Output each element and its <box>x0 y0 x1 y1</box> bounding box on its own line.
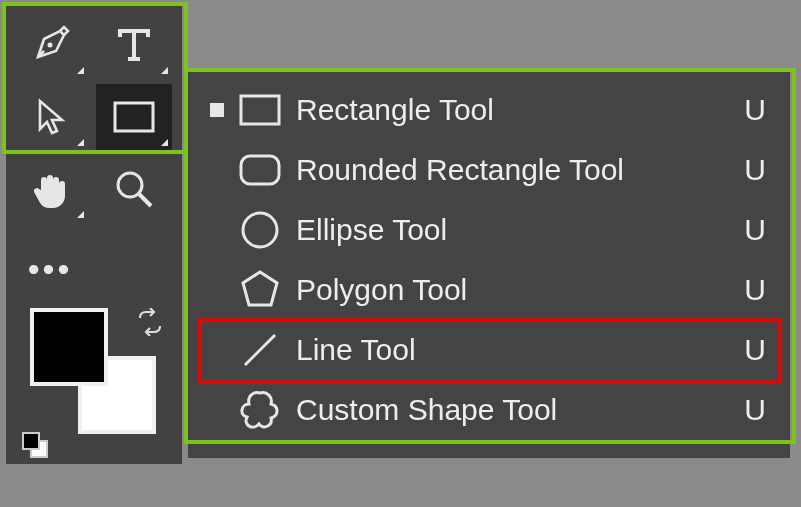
polygon-icon <box>239 269 281 311</box>
flyout-indicator-icon <box>77 67 84 74</box>
flyout-item-rectangle[interactable]: Rectangle Tool U <box>202 80 776 140</box>
magnifier-icon <box>113 168 155 210</box>
flyout-indicator-icon <box>161 67 168 74</box>
rectangle-icon <box>238 93 282 127</box>
flyout-item-shortcut: U <box>732 213 766 247</box>
svg-marker-6 <box>243 272 277 305</box>
flyout-item-ellipse[interactable]: Ellipse Tool U <box>202 200 776 260</box>
flyout-item-shortcut: U <box>732 153 766 187</box>
selected-indicator-icon <box>210 103 224 117</box>
hand-tool-button[interactable] <box>12 156 88 222</box>
swap-colors-button[interactable] <box>136 308 164 340</box>
flyout-item-shortcut: U <box>732 393 766 427</box>
swap-icon <box>136 308 164 336</box>
color-swatches <box>12 300 176 450</box>
svg-rect-1 <box>115 103 153 131</box>
flyout-item-label: Polygon Tool <box>288 273 732 307</box>
svg-point-2 <box>118 173 142 197</box>
flyout-item-shortcut: U <box>732 273 766 307</box>
more-icon: ••• <box>28 248 73 274</box>
type-tool-button[interactable] <box>96 12 172 78</box>
path-selection-tool-button[interactable] <box>12 84 88 150</box>
flyout-item-shortcut: U <box>732 93 766 127</box>
shape-tools-flyout: Rectangle Tool U Rounded Rectangle Tool … <box>188 70 790 458</box>
flyout-item-shortcut: U <box>732 333 766 367</box>
svg-point-5 <box>243 213 277 247</box>
svg-rect-4 <box>241 156 279 184</box>
default-colors-button[interactable] <box>22 432 48 458</box>
flyout-item-label: Line Tool <box>288 333 732 367</box>
rectangle-icon <box>112 100 156 134</box>
flyout-item-rounded-rectangle[interactable]: Rounded Rectangle Tool U <box>202 140 776 200</box>
flyout-item-line[interactable]: Line Tool U <box>202 320 776 380</box>
rectangle-tool-button[interactable] <box>96 84 172 150</box>
flyout-item-polygon[interactable]: Polygon Tool U <box>202 260 776 320</box>
flyout-indicator-icon <box>161 139 168 146</box>
flyout-item-label: Rectangle Tool <box>288 93 732 127</box>
flyout-indicator-icon <box>77 139 84 146</box>
custom-shape-icon <box>239 389 281 431</box>
hand-icon <box>29 168 71 210</box>
pen-tool-button[interactable] <box>12 12 88 78</box>
flyout-item-label: Ellipse Tool <box>288 213 732 247</box>
svg-line-7 <box>245 335 275 365</box>
flyout-item-label: Custom Shape Tool <box>288 393 732 427</box>
line-icon <box>239 329 281 371</box>
type-icon <box>112 23 156 67</box>
edit-toolbar-button[interactable]: ••• <box>12 228 88 294</box>
tools-panel: ••• <box>6 6 182 464</box>
pen-icon <box>30 25 70 65</box>
ellipse-icon <box>239 209 281 251</box>
svg-point-0 <box>48 43 53 48</box>
foreground-color-swatch[interactable] <box>30 308 108 386</box>
rounded-rectangle-icon <box>238 153 282 187</box>
zoom-tool-button[interactable] <box>96 156 172 222</box>
flyout-indicator-icon <box>77 211 84 218</box>
arrow-cursor-icon <box>32 97 68 137</box>
flyout-item-custom-shape[interactable]: Custom Shape Tool U <box>202 380 776 440</box>
flyout-item-label: Rounded Rectangle Tool <box>288 153 732 187</box>
svg-rect-3 <box>241 96 279 124</box>
